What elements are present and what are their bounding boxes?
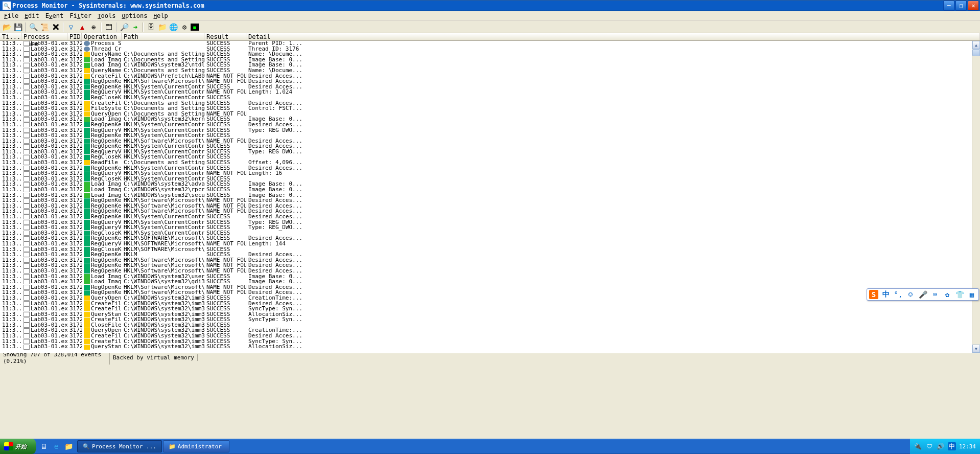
table-row[interactable]: 11:3...Lab03-01.exe3172RegOpenKeyHKLM\So…	[0, 198, 980, 203]
col-pid[interactable]: PID	[67, 33, 82, 40]
table-row[interactable]: 11:3...Lab03-01.exe3172CreateFileC:\WIND…	[0, 333, 980, 339]
process-tree-button[interactable]: 🗔	[104, 22, 114, 32]
vertical-scrollbar[interactable]: ▲ ▼	[972, 41, 980, 353]
table-row[interactable]: 11:3...Lab03-01.exe3172Load ImageC:\WIND…	[0, 181, 980, 187]
tray-volume-icon[interactable]: 🔊	[937, 442, 945, 450]
taskbar-item-explorer[interactable]: 📁 Administrator	[163, 440, 229, 452]
table-row[interactable]: 11:3...Lab03-01.exe3172RegQueryValueHKLM…	[0, 220, 980, 225]
include-button[interactable]: ⊕	[88, 22, 99, 32]
table-row[interactable]: 11:3...Lab03-01.exe3172QueryNameIn...C:\…	[0, 52, 980, 57]
table-row[interactable]: 11:3...Lab03-01.exe3172CreateFileM...C:\…	[0, 306, 980, 312]
capture-button[interactable]: 🔍	[28, 22, 38, 32]
table-row[interactable]: 11:3...Lab03-01.exe3172ReadFileC:\Docume…	[0, 160, 980, 166]
table-row[interactable]: 11:3...Lab03-01.exe3172RegOpenKeyHKLM\So…	[0, 285, 980, 290]
tray-clock[interactable]: 12:34	[959, 443, 976, 450]
table-row[interactable]: 11:3...Lab03-01.exe3172RegOpenKeyHKLM\Sy…	[0, 214, 980, 220]
table-row[interactable]: 11:3...Lab03-01.exe3172RegOpenKeyHKLM\Sy…	[0, 133, 980, 139]
table-row[interactable]: 11:3...Lab03-01.exe3172Load ImageC:\WIND…	[0, 187, 980, 193]
ime-logo-icon[interactable]: S	[869, 290, 878, 299]
col-operation[interactable]: Operation	[82, 33, 122, 40]
menu-help[interactable]: Help	[150, 12, 171, 20]
col-process[interactable]: Process Name	[21, 33, 67, 40]
close-button[interactable]: ✕	[968, 1, 979, 11]
col-detail[interactable]: Detail	[246, 33, 980, 40]
menu-event[interactable]: Event	[42, 12, 67, 20]
table-row[interactable]: 11:3...Lab03-01.exe3172RegQueryValueHKLM…	[0, 241, 980, 247]
find-button[interactable]: 🔎	[119, 22, 129, 32]
menu-edit[interactable]: Edit	[21, 12, 42, 20]
ime-tool-icon[interactable]: 👕	[955, 290, 964, 299]
highlight-button[interactable]: ▲	[77, 22, 87, 32]
table-row[interactable]: 11:3...Lab03-01.exe3172RegOpenKeyHKLM\Sy…	[0, 144, 980, 149]
table-row[interactable]: 11:3...Lab03-01.exe3172QueryOpenC:\WINDO…	[0, 296, 980, 301]
table-row[interactable]: 11:3...Lab03-01.exe3172QueryStanda...C:\…	[0, 312, 980, 317]
table-row[interactable]: 11:3...Lab03-01.exe3172RegOpenKeyHKLM\So…	[0, 209, 980, 214]
table-row[interactable]: 11:3...Lab03-01.exe3172RegQueryValueHKLM…	[0, 89, 980, 95]
table-row[interactable]: 11:3...Lab03-01.exe3172Load ImageC:\WIND…	[0, 279, 980, 285]
table-row[interactable]: 11:3...Lab03-01.exe3172RegOpenKeyHKLM\So…	[0, 139, 980, 144]
table-row[interactable]: 11:3...Lab03-01.exe3172RegOpenKeyHKLM\So…	[0, 258, 980, 263]
table-row[interactable]: 11:3...Lab03-01.exe3172RegOpenKeyHKLM\So…	[0, 79, 980, 84]
ime-lang-button[interactable]: 中	[881, 290, 891, 299]
menu-file[interactable]: File	[1, 12, 21, 20]
table-row[interactable]: 11:3...Lab03-01.exe3172RegOpenKeyHKLM\Sy…	[0, 84, 980, 90]
table-row[interactable]: 11:3...Lab03-01.exe3172RegOpenKeyHKLM\Sy…	[0, 166, 980, 171]
scroll-down-button[interactable]: ▼	[972, 345, 980, 353]
table-row[interactable]: 11:3...Lab03-01.exe3172FileSystemC...C:\…	[0, 106, 980, 111]
table-row[interactable]: 11:3...Lab03-01.exe3172RegCloseKeyHKLM\S…	[0, 247, 980, 253]
filter-button[interactable]: ▽	[66, 22, 76, 32]
ql-ie-icon[interactable]: e	[51, 441, 61, 452]
table-row[interactable]: 11:3...Lab03-01.exe3172RegQueryValueHKLM…	[0, 171, 980, 176]
table-row[interactable]: 11:3...Lab03-01.exe3172CreateFileM...C:\…	[0, 317, 980, 323]
minimize-button[interactable]: –	[943, 1, 954, 11]
table-row[interactable]: 11:3...Lab03-01.exe3172CreateFileC:\Docu…	[0, 101, 980, 106]
ime-punct-icon[interactable]: °,	[894, 290, 903, 299]
table-row[interactable]: 11:3...Lab03-01.exe3172CloseFileC:\WINDO…	[0, 323, 980, 328]
ql-explorer-icon[interactable]: 📁	[63, 441, 74, 452]
show-network-button[interactable]: 🌐	[168, 22, 178, 32]
table-row[interactable]: 11:3...Lab03-01.exe3172CreateFileM...C:\…	[0, 339, 980, 345]
table-row[interactable]: 11:3...Lab03-01.exe3172RegOpenKeyHKLM\Sy…	[0, 122, 980, 128]
ime-mic-icon[interactable]: 🎤	[918, 290, 927, 299]
table-row[interactable]: 11:3...Lab03-01.exe3172RegOpenKeyHKLM\So…	[0, 290, 980, 296]
ime-settings-icon[interactable]: ▦	[967, 290, 976, 299]
menu-options[interactable]: Options	[119, 12, 150, 20]
table-row[interactable]: 11:3...Lab03-01.exe3172Thread CreateSUCC…	[0, 47, 980, 52]
table-row[interactable]: 11:3...Lab03-01.exe3172Load ImageC:\WIND…	[0, 117, 980, 122]
ime-keyboard-icon[interactable]: ⌨	[930, 290, 940, 299]
table-row[interactable]: 11:3...Lab03-01.exe3172QueryOpenC:\Docum…	[0, 111, 980, 117]
table-row[interactable]: 11:3...Lab03-01.exe3172RegQueryValueHKLM…	[0, 149, 980, 155]
ql-show-desktop-icon[interactable]: 🖥	[39, 441, 49, 452]
table-row[interactable]: 11:3...Lab03-01.exe3172Load ImageC:\WIND…	[0, 193, 980, 198]
table-row[interactable]: 11:3...Lab03-01.exe3172CreateFileC:\WIND…	[0, 301, 980, 307]
taskbar-item-procmon[interactable]: 🔍 Process Monitor ...	[77, 440, 162, 452]
scroll-up-button[interactable]: ▲	[972, 41, 980, 49]
ime-skin-icon[interactable]: ✿	[943, 290, 952, 299]
start-button[interactable]: 开始	[0, 439, 36, 454]
tray-shield-icon[interactable]: 🛡	[925, 442, 934, 450]
col-path[interactable]: Path	[122, 33, 204, 40]
ime-emoji-icon[interactable]: ☺	[906, 290, 915, 299]
table-row[interactable]: 11:3...Lab03-01.exe3172Process StartSUCC…	[0, 41, 980, 47]
tray-lang-icon[interactable]: 中	[948, 442, 956, 450]
table-row[interactable]: 11:3...Lab03-01.exe3172RegOpenKeyHKLM\So…	[0, 268, 980, 274]
table-row[interactable]: 11:3...Lab03-01.exe3172RegOpenKeyHKLM\SO…	[0, 236, 980, 241]
table-row[interactable]: 11:3...Lab03-01.exe3172RegCloseKeyHKLM\S…	[0, 154, 980, 160]
col-result[interactable]: Result	[204, 33, 246, 40]
col-time[interactable]: Ti...	[0, 33, 21, 40]
table-body[interactable]: 11:3...Lab03-01.exe3172Process StartSUCC…	[0, 41, 980, 353]
table-row[interactable]: 11:3...Lab03-01.exe3172RegCloseKeyHKLM\S…	[0, 231, 980, 236]
table-row[interactable]: 11:3...Lab03-01.exe3172RegCloseKeyHKLM\S…	[0, 95, 980, 101]
table-row[interactable]: 11:3...Lab03-01.exe3172RegOpenKeyHKLM\So…	[0, 263, 980, 268]
table-row[interactable]: 11:3...Lab03-01.exe3172QueryOpenC:\WINDO…	[0, 328, 980, 333]
show-process-button[interactable]: ⚙	[179, 22, 190, 32]
show-registry-button[interactable]: 🗄	[146, 22, 156, 32]
maximize-button[interactable]: ❐	[955, 1, 967, 11]
show-filesystem-button[interactable]: 📁	[157, 22, 167, 32]
table-row[interactable]: 11:3...Lab03-01.exe3172RegQueryValueHKLM…	[0, 225, 980, 231]
tray-safely-remove-icon[interactable]: 🔌	[914, 442, 922, 450]
open-button[interactable]: 📂	[2, 22, 12, 32]
menu-filter[interactable]: Filter	[66, 12, 95, 20]
ime-toolbar[interactable]: S 中 °, ☺ 🎤 ⌨ ✿ 👕 ▦	[867, 288, 979, 301]
table-row[interactable]: 11:3...Lab03-01.exe3172RegQueryValueHKLM…	[0, 128, 980, 133]
